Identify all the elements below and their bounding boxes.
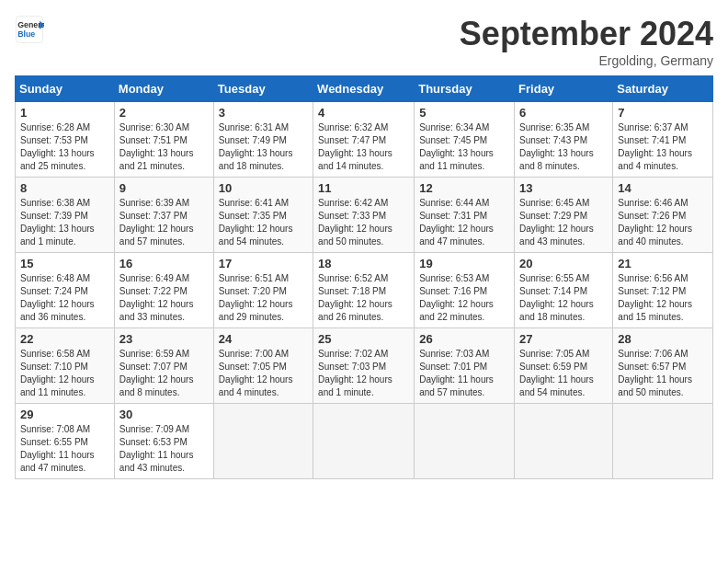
calendar-header-row: Sunday Monday Tuesday Wednesday Thursday…: [16, 76, 713, 102]
table-row: 21 Sunrise: 6:56 AMSunset: 7:12 PMDaylig…: [613, 253, 713, 328]
day-info: Sunrise: 7:06 AMSunset: 6:57 PMDaylight:…: [618, 349, 692, 397]
day-info: Sunrise: 7:05 AMSunset: 6:59 PMDaylight:…: [519, 349, 594, 397]
day-info: Sunrise: 6:34 AMSunset: 7:45 PMDaylight:…: [419, 122, 494, 171]
day-info: Sunrise: 6:30 AMSunset: 7:51 PMDaylight:…: [119, 122, 194, 171]
day-info: Sunrise: 6:58 AMSunset: 7:10 PMDaylight:…: [20, 349, 95, 397]
svg-text:Blue: Blue: [17, 29, 35, 39]
day-number: 20: [519, 257, 608, 270]
table-row: [213, 404, 313, 479]
table-row: 13 Sunrise: 6:45 AMSunset: 7:29 PMDaylig…: [515, 178, 613, 253]
day-info: Sunrise: 7:08 AMSunset: 6:55 PMDaylight:…: [20, 424, 95, 473]
table-row: 28 Sunrise: 7:06 AMSunset: 6:57 PMDaylig…: [613, 328, 713, 404]
table-row: 15 Sunrise: 6:48 AMSunset: 7:24 PMDaylig…: [16, 253, 115, 328]
col-thursday: Thursday: [415, 76, 515, 102]
day-info: Sunrise: 6:42 AMSunset: 7:33 PMDaylight:…: [318, 198, 392, 247]
table-row: [515, 404, 613, 479]
table-row: 22 Sunrise: 6:58 AMSunset: 7:10 PMDaylig…: [16, 328, 115, 404]
logo: General Blue: [15, 15, 44, 44]
table-row: 27 Sunrise: 7:05 AMSunset: 6:59 PMDaylig…: [515, 328, 613, 404]
day-info: Sunrise: 6:46 AMSunset: 7:26 PMDaylight:…: [618, 198, 692, 247]
table-row: 12 Sunrise: 6:44 AMSunset: 7:31 PMDaylig…: [415, 178, 515, 253]
table-row: 23 Sunrise: 6:59 AMSunset: 7:07 PMDaylig…: [114, 328, 213, 404]
col-saturday: Saturday: [613, 76, 713, 102]
table-row: 14 Sunrise: 6:46 AMSunset: 7:26 PMDaylig…: [613, 178, 713, 253]
day-info: Sunrise: 6:37 AMSunset: 7:41 PMDaylight:…: [618, 122, 692, 171]
day-info: Sunrise: 6:28 AMSunset: 7:53 PMDaylight:…: [20, 122, 95, 171]
col-friday: Friday: [515, 76, 613, 102]
day-info: Sunrise: 7:03 AMSunset: 7:01 PMDaylight:…: [419, 349, 494, 397]
day-number: 4: [318, 106, 409, 120]
table-row: 20 Sunrise: 6:55 AMSunset: 7:14 PMDaylig…: [515, 253, 613, 328]
day-info: Sunrise: 6:56 AMSunset: 7:12 PMDaylight:…: [618, 273, 692, 322]
day-info: Sunrise: 6:55 AMSunset: 7:14 PMDaylight:…: [519, 273, 594, 322]
day-number: 17: [219, 257, 308, 270]
day-number: 18: [318, 257, 409, 270]
location: Ergolding, Germany: [460, 53, 713, 68]
month-title: September 2024: [460, 15, 713, 53]
day-info: Sunrise: 7:00 AMSunset: 7:05 PMDaylight:…: [219, 349, 293, 397]
table-row: 6 Sunrise: 6:35 AMSunset: 7:43 PMDayligh…: [515, 102, 613, 178]
day-info: Sunrise: 6:38 AMSunset: 7:39 PMDaylight:…: [20, 198, 95, 247]
table-row: 30 Sunrise: 7:09 AMSunset: 6:53 PMDaylig…: [114, 404, 213, 479]
table-row: 26 Sunrise: 7:03 AMSunset: 7:01 PMDaylig…: [415, 328, 515, 404]
day-number: 29: [20, 408, 109, 421]
day-info: Sunrise: 6:32 AMSunset: 7:47 PMDaylight:…: [318, 122, 392, 171]
table-row: 29 Sunrise: 7:08 AMSunset: 6:55 PMDaylig…: [16, 404, 115, 479]
table-row: 25 Sunrise: 7:02 AMSunset: 7:03 PMDaylig…: [313, 328, 415, 404]
day-number: 25: [318, 332, 409, 346]
table-row: 1 Sunrise: 6:28 AMSunset: 7:53 PMDayligh…: [16, 102, 115, 178]
day-number: 13: [519, 181, 608, 195]
table-row: 8 Sunrise: 6:38 AMSunset: 7:39 PMDayligh…: [16, 178, 115, 253]
table-row: 24 Sunrise: 7:00 AMSunset: 7:05 PMDaylig…: [213, 328, 313, 404]
table-row: [613, 404, 713, 479]
col-monday: Monday: [114, 76, 213, 102]
day-info: Sunrise: 6:49 AMSunset: 7:22 PMDaylight:…: [119, 273, 194, 322]
col-wednesday: Wednesday: [313, 76, 415, 102]
day-number: 15: [20, 257, 109, 270]
day-number: 2: [119, 106, 209, 120]
table-row: 16 Sunrise: 6:49 AMSunset: 7:22 PMDaylig…: [114, 253, 213, 328]
table-row: 3 Sunrise: 6:31 AMSunset: 7:49 PMDayligh…: [213, 102, 313, 178]
day-info: Sunrise: 6:41 AMSunset: 7:35 PMDaylight:…: [219, 198, 293, 247]
col-sunday: Sunday: [16, 76, 115, 102]
day-info: Sunrise: 7:02 AMSunset: 7:03 PMDaylight:…: [318, 349, 392, 397]
day-number: 1: [20, 106, 109, 120]
day-info: Sunrise: 6:35 AMSunset: 7:43 PMDaylight:…: [519, 122, 594, 171]
day-number: 22: [20, 332, 109, 346]
day-info: Sunrise: 6:39 AMSunset: 7:37 PMDaylight:…: [119, 198, 194, 247]
day-number: 10: [219, 181, 308, 195]
table-row: 4 Sunrise: 6:32 AMSunset: 7:47 PMDayligh…: [313, 102, 415, 178]
table-row: 9 Sunrise: 6:39 AMSunset: 7:37 PMDayligh…: [114, 178, 213, 253]
day-number: 8: [20, 181, 109, 195]
day-number: 3: [219, 106, 308, 120]
title-area: September 2024 Ergolding, Germany: [460, 15, 713, 68]
day-number: 30: [119, 408, 209, 421]
day-number: 24: [219, 332, 308, 346]
day-number: 7: [618, 106, 708, 120]
day-number: 9: [119, 181, 209, 195]
day-info: Sunrise: 6:52 AMSunset: 7:18 PMDaylight:…: [318, 273, 392, 322]
table-row: [313, 404, 415, 479]
table-row: 10 Sunrise: 6:41 AMSunset: 7:35 PMDaylig…: [213, 178, 313, 253]
col-tuesday: Tuesday: [213, 76, 313, 102]
logo-icon: General Blue: [15, 15, 44, 44]
day-number: 19: [419, 257, 509, 270]
day-number: 28: [618, 332, 708, 346]
day-number: 12: [419, 181, 509, 195]
day-number: 6: [519, 106, 608, 120]
day-info: Sunrise: 6:53 AMSunset: 7:16 PMDaylight:…: [419, 273, 494, 322]
table-row: 7 Sunrise: 6:37 AMSunset: 7:41 PMDayligh…: [613, 102, 713, 178]
table-row: 5 Sunrise: 6:34 AMSunset: 7:45 PMDayligh…: [415, 102, 515, 178]
day-info: Sunrise: 6:59 AMSunset: 7:07 PMDaylight:…: [119, 349, 194, 397]
day-number: 5: [419, 106, 509, 120]
table-row: 2 Sunrise: 6:30 AMSunset: 7:51 PMDayligh…: [114, 102, 213, 178]
day-number: 14: [618, 181, 708, 195]
day-number: 11: [318, 181, 409, 195]
table-row: 19 Sunrise: 6:53 AMSunset: 7:16 PMDaylig…: [415, 253, 515, 328]
day-info: Sunrise: 6:44 AMSunset: 7:31 PMDaylight:…: [419, 198, 494, 247]
day-number: 26: [419, 332, 509, 346]
day-number: 16: [119, 257, 209, 270]
table-row: [415, 404, 515, 479]
table-row: 11 Sunrise: 6:42 AMSunset: 7:33 PMDaylig…: [313, 178, 415, 253]
calendar: Sunday Monday Tuesday Wednesday Thursday…: [15, 75, 713, 479]
